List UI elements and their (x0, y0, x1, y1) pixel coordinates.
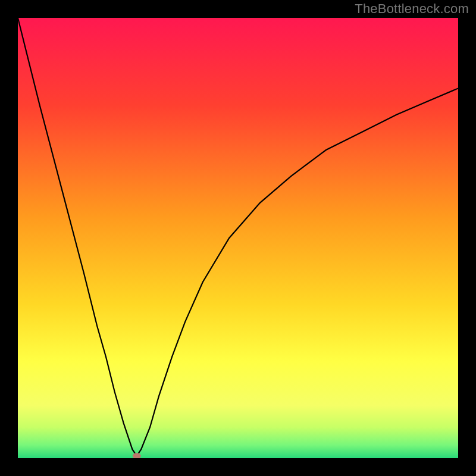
plot-area (18, 18, 458, 458)
chart-frame: TheBottleneck.com (0, 0, 476, 476)
watermark-text: TheBottleneck.com (355, 1, 469, 17)
gradient-background (18, 18, 458, 458)
chart-svg (18, 18, 458, 458)
